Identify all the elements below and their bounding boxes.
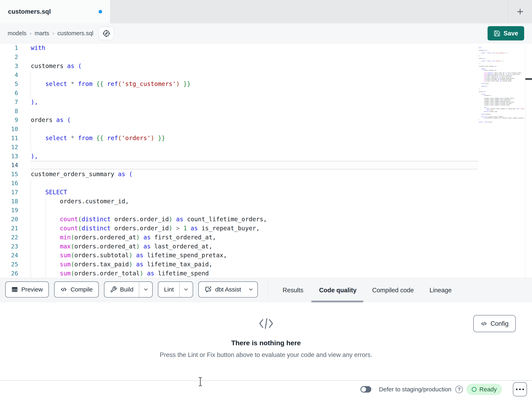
status-badge: Ready: [466, 384, 502, 395]
code-line-13[interactable]: 13),: [0, 152, 532, 161]
more-options-button[interactable]: [513, 382, 527, 396]
assistant-chat-icon: [204, 286, 212, 293]
line-number: 4: [0, 71, 30, 79]
code-line-18[interactable]: 18 orders.customer_id,: [0, 197, 532, 206]
code-line-15[interactable]: 15customer_orders_summary as (: [0, 170, 532, 179]
code-line-7[interactable]: 7),: [0, 98, 532, 107]
line-content: count(distinct orders.order_id) as count…: [30, 215, 478, 224]
line-content: [30, 107, 478, 116]
line-number: 16: [0, 179, 30, 188]
code-line-20[interactable]: 20 count(distinct orders.order_id) as co…: [0, 215, 532, 224]
code-line-24[interactable]: 24 sum(orders.subtotal) as lifetime_spen…: [0, 251, 532, 260]
code-icon: [60, 286, 67, 293]
code-line-6[interactable]: 6: [0, 89, 532, 98]
minimap-line: customers as (: [479, 50, 525, 51]
ready-status-icon: [472, 387, 476, 392]
code-line-5[interactable]: 5 select * from {{ ref('stg_customers') …: [0, 79, 532, 89]
editor-scrollbar-thumb[interactable]: [525, 78, 532, 80]
code-line-17[interactable]: 17 SELECT: [0, 188, 532, 197]
save-button[interactable]: Save: [488, 26, 524, 40]
panel-tab-lineage[interactable]: Lineage: [429, 278, 451, 303]
file-tab-customers-sql[interactable]: customers.sql: [0, 0, 110, 23]
dbt-assist-button[interactable]: dbt Assist: [198, 281, 258, 298]
code-line-21[interactable]: 21 count(distinct orders.order_id) > 1 a…: [0, 224, 532, 233]
explore-lineage-button[interactable]: [99, 26, 114, 40]
code-line-8[interactable]: 8: [0, 107, 532, 116]
code-line-4[interactable]: 4: [0, 71, 532, 79]
config-button-label: Config: [491, 320, 509, 327]
minimap-line: else 'new': [479, 110, 525, 111]
status-bar: Defer to staging/production ? Ready: [0, 380, 532, 398]
build-dropdown-button[interactable]: [139, 282, 152, 297]
compile-button[interactable]: Compile: [54, 281, 99, 298]
lint-button[interactable]: Lint: [158, 282, 179, 297]
ready-status-label: Ready: [479, 386, 497, 393]
minimap-line: select: [479, 94, 525, 95]
minimap-line: count(distinct orders.order_id) as count…: [479, 72, 525, 74]
code-line-9[interactable]: 9orders as (: [0, 116, 532, 125]
line-number: 6: [0, 89, 30, 98]
code-editor[interactable]: 1with23customers as (45 select * from {{…: [0, 44, 532, 278]
code-line-2[interactable]: 2: [0, 52, 532, 62]
config-button[interactable]: Config: [473, 315, 516, 332]
code-line-12[interactable]: 12: [0, 143, 532, 152]
empty-state: There is nothing here Press the Lint or …: [0, 302, 532, 359]
code-lines: 1with23customers as (45 select * from {{…: [0, 44, 532, 278]
minimap-line: [479, 82, 525, 83]
minimap-line: customer_orders_summary as (: [479, 66, 525, 67]
breadcrumb-item-marts[interactable]: marts: [35, 30, 49, 37]
editor-header-row: models›marts›customers.sql Save: [0, 23, 532, 44]
code-line-22[interactable]: 22 min(orders.ordered_at) as first_order…: [0, 233, 532, 242]
editor-minimap[interactable]: withcustomers as ( select * from {{ ref(…: [479, 47, 525, 172]
code-line-14[interactable]: 14: [0, 161, 532, 170]
dbt-assist-dropdown-button[interactable]: [247, 282, 257, 297]
minimap-line: [479, 59, 525, 60]
line-number: 20: [0, 215, 30, 224]
code-line-19[interactable]: 19: [0, 206, 532, 215]
minimap-line: customer_orders_summary.first_ordered_at…: [479, 99, 525, 100]
panel-tab-results[interactable]: Results: [283, 278, 303, 303]
code-line-10[interactable]: 10: [0, 125, 532, 134]
preview-button[interactable]: Preview: [5, 281, 49, 298]
line-content: SELECT: [30, 188, 478, 197]
code-line-25[interactable]: 25 sum(orders.tax_paid) as lifetime_tax_…: [0, 260, 532, 269]
minimap-line: customer_orders_summary.last_ordered_at,: [479, 100, 525, 102]
minimap-line: [479, 49, 525, 50]
minimap-line: [479, 112, 525, 114]
line-content: [30, 143, 478, 152]
line-number: 17: [0, 188, 30, 197]
dbt-assist-button-main: dbt Assist: [199, 282, 247, 297]
breadcrumb-item-models[interactable]: models: [8, 30, 26, 37]
compile-button-label: Compile: [71, 286, 93, 293]
breadcrumb-item-customers-sql[interactable]: customers.sql: [57, 30, 93, 37]
defer-toggle[interactable]: [361, 386, 371, 392]
minimap-line: with: [479, 47, 525, 49]
code-line-3[interactable]: 3customers as (: [0, 62, 532, 71]
code-empty-icon: [0, 317, 532, 331]
build-button[interactable]: Build: [104, 282, 139, 297]
panel-tab-compiled-code[interactable]: Compiled code: [372, 278, 414, 303]
panel-tab-code-quality[interactable]: Code quality: [319, 278, 356, 303]
code-line-26[interactable]: 26 sum(orders.order_total) as lifetime_s…: [0, 269, 532, 278]
code-line-23[interactable]: 23 max(orders.ordered_at) as last_ordere…: [0, 242, 532, 251]
line-content: count(distinct orders.order_id) > 1 as i…: [30, 224, 478, 233]
minimap-line: joined as (: [479, 91, 525, 92]
minimap-line: sum(orders.tax_paid) as lifetime_tax_pai…: [479, 79, 525, 80]
panel-tab-bar: ResultsCode qualityCompiled codeLineage: [283, 278, 452, 303]
code-line-16[interactable]: 16: [0, 179, 532, 188]
new-tab-button[interactable]: [508, 0, 532, 23]
minimap-line: ),: [479, 88, 525, 90]
minimap-line: count(distinct orders.order_id) > 1 as i…: [479, 74, 525, 75]
help-icon[interactable]: ?: [455, 386, 463, 393]
line-content: sum(orders.subtotal) as lifetime_spend_p…: [30, 251, 478, 260]
minimap-line: customer_orders_summary.lifetime_spend,: [479, 104, 525, 106]
lint-dropdown-button[interactable]: [179, 282, 193, 297]
code-line-11[interactable]: 11 select * from {{ ref('orders') }}: [0, 134, 532, 143]
minimap-line: orders as (: [479, 58, 525, 59]
line-content: min(orders.ordered_at) as first_ordered_…: [30, 233, 478, 242]
code-line-1[interactable]: 1with: [0, 44, 532, 52]
line-content: customers as (: [30, 62, 478, 71]
line-number: 11: [0, 134, 30, 143]
plus-icon: [516, 7, 525, 16]
minimap-line: [479, 62, 525, 63]
